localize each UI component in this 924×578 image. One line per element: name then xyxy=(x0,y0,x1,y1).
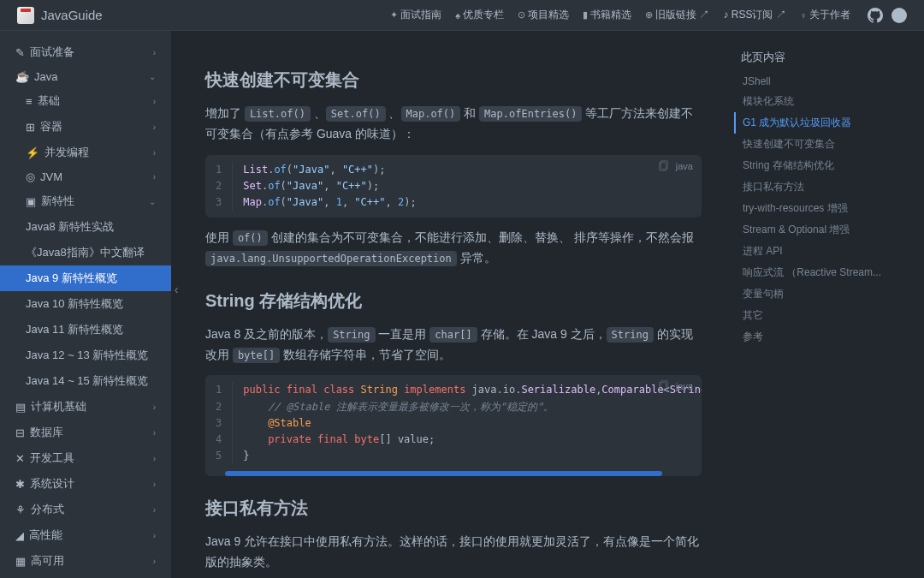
code-inline: String xyxy=(328,327,375,343)
toc-item-11[interactable]: 其它 xyxy=(734,305,914,326)
code-inline: Set.of() xyxy=(326,106,386,122)
code-inline: Map.of() xyxy=(401,106,461,122)
code-lang: java xyxy=(676,161,693,171)
svg-point-0 xyxy=(891,8,907,23)
sidebar-item-3[interactable]: ⊞容器› xyxy=(0,114,171,140)
toc-title: 此页内容 xyxy=(734,50,914,65)
code-inline: String xyxy=(607,327,654,343)
nav-link-6[interactable]: ♀关于作者 xyxy=(800,8,850,22)
sidebar-item-4[interactable]: ⚡并发编程› xyxy=(0,140,171,165)
navbar-icons xyxy=(868,8,907,23)
sidebar-item-9[interactable]: Java 9 新特性概览 xyxy=(0,265,171,291)
sidebar-item-18[interactable]: ⚘分布式› xyxy=(0,497,171,522)
nav-link-0[interactable]: ✦面试指南 xyxy=(390,8,441,22)
logo-icon xyxy=(17,7,34,24)
code-scrollbar[interactable] xyxy=(205,471,702,476)
sidebar-item-13[interactable]: Java 14 ~ 15 新特性概览 xyxy=(0,368,171,394)
navbar: JavaGuide ✦面试指南♠优质专栏⊙项目精选▮书籍精选⊕旧版链接 ↗♪ R… xyxy=(0,0,924,31)
nav-link-5[interactable]: ♪ RSS订阅 ↗ xyxy=(723,8,785,22)
toc-item-8[interactable]: 进程 API xyxy=(734,241,914,262)
sidebar: ✎面试准备›☕Java⌄≡基础›⊞容器›⚡并发编程›◎JVM›▣新特性⌄Java… xyxy=(0,31,171,578)
sidebar-item-7[interactable]: Java8 新特性实战 xyxy=(0,214,171,240)
toc-item-12[interactable]: 参考 xyxy=(734,326,914,348)
sidebar-item-2[interactable]: ≡基础› xyxy=(0,88,171,114)
heading-immutable: 快速创建不可变集合 xyxy=(205,69,702,92)
toc-item-10[interactable]: 变量句柄 xyxy=(734,283,914,305)
code-inline: java.lang.UnsupportedOperationException xyxy=(205,251,457,266)
heading-string: String 存储结构优化 xyxy=(205,289,702,313)
brand-text: JavaGuide xyxy=(41,8,103,22)
sidebar-item-1[interactable]: ☕Java⌄ xyxy=(0,65,171,88)
paragraph-3: Java 8 及之前的版本，String 一直是用 char[] 存储。在 Ja… xyxy=(205,325,702,366)
nav-link-1[interactable]: ♠优质专栏 xyxy=(455,8,504,22)
code-block-1: java 123 List.of("Java", "C++"); Set.of(… xyxy=(205,155,702,218)
code-inline: of() xyxy=(233,230,268,246)
toc-item-7[interactable]: Stream & Optional 增强 xyxy=(734,219,914,241)
paragraph-4: Java 9 允许在接口中使用私有方法。这样的话，接口的使用就更加灵活了，有点像… xyxy=(205,532,702,573)
github-icon[interactable] xyxy=(868,8,883,23)
main-content: 快速创建不可变集合 增加了 List.of() 、Set.of() 、Map.o… xyxy=(181,31,726,578)
nav-link-2[interactable]: ⊙项目精选 xyxy=(518,8,569,22)
sidebar-item-15[interactable]: ⊟数据库› xyxy=(0,420,171,445)
code-inline: char[] xyxy=(429,327,477,343)
copy-icon[interactable] xyxy=(657,160,669,172)
toc-item-6[interactable]: try-with-resources 增强 xyxy=(734,198,914,219)
sidebar-item-20[interactable]: ▦高可用› xyxy=(0,548,171,574)
sidebar-collapse-button[interactable]: ‹ xyxy=(171,277,181,301)
sidebar-item-0[interactable]: ✎面试准备› xyxy=(0,39,171,65)
line-numbers: 12345 xyxy=(205,382,233,464)
nav-link-4[interactable]: ⊕旧版链接 ↗ xyxy=(645,8,709,22)
brand[interactable]: JavaGuide xyxy=(17,7,103,24)
toc-body: JShell模块化系统G1 成为默认垃圾回收器快速创建不可变集合String 存… xyxy=(734,72,914,348)
sidebar-item-11[interactable]: Java 11 新特性概览 xyxy=(0,317,171,343)
nav-link-3[interactable]: ▮书籍精选 xyxy=(583,8,631,22)
toc-item-4[interactable]: String 存储结构优化 xyxy=(734,155,914,176)
toc-item-3[interactable]: 快速创建不可变集合 xyxy=(734,134,914,155)
sidebar-item-10[interactable]: Java 10 新特性概览 xyxy=(0,291,171,317)
toc-item-0[interactable]: JShell xyxy=(734,72,914,91)
copy-icon[interactable] xyxy=(657,380,669,392)
code-lang: java xyxy=(676,381,693,391)
toc-item-2[interactable]: G1 成为默认垃圾回收器 xyxy=(734,112,914,134)
paragraph-2: 使用 of() 创建的集合为不可变集合，不能进行添加、删除、替换、 排序等操作，… xyxy=(205,228,702,269)
table-of-contents: 此页内容 JShell模块化系统G1 成为默认垃圾回收器快速创建不可变集合Str… xyxy=(734,43,914,355)
code-content: public final class String implements jav… xyxy=(233,382,702,464)
line-numbers: 123 xyxy=(205,162,233,212)
sidebar-item-17[interactable]: ✱系统设计› xyxy=(0,471,171,497)
heading-interface: 接口私有方法 xyxy=(205,497,702,520)
sidebar-item-12[interactable]: Java 12 ~ 13 新特性概览 xyxy=(0,343,171,368)
gitee-icon[interactable] xyxy=(891,8,907,23)
toc-item-1[interactable]: 模块化系统 xyxy=(734,91,914,112)
code-inline: byte[] xyxy=(233,348,280,363)
toc-item-5[interactable]: 接口私有方法 xyxy=(734,176,914,198)
code-inline: List.of() xyxy=(245,106,311,122)
navbar-links: ✦面试指南♠优质专栏⊙项目精选▮书籍精选⊕旧版链接 ↗♪ RSS订阅 ↗♀关于作… xyxy=(390,8,850,22)
paragraph-1: 增加了 List.of() 、Set.of() 、Map.of() 和 Map.… xyxy=(205,104,702,145)
code-inline: Map.ofEntries() xyxy=(479,106,582,122)
sidebar-item-16[interactable]: ✕开发工具› xyxy=(0,445,171,471)
sidebar-item-6[interactable]: ▣新特性⌄ xyxy=(0,188,171,214)
sidebar-item-19[interactable]: ◢高性能› xyxy=(0,522,171,548)
toc-item-9[interactable]: 响应式流 （Reactive Stream... xyxy=(734,262,914,283)
code-content: List.of("Java", "C++"); Set.of("Java", "… xyxy=(233,162,702,212)
sidebar-item-8[interactable]: 《Java8指南》中文翻译 xyxy=(0,240,171,265)
sidebar-item-5[interactable]: ◎JVM› xyxy=(0,165,171,188)
sidebar-item-14[interactable]: ▤计算机基础› xyxy=(0,394,171,420)
code-block-2: java 12345 public final class String imp… xyxy=(205,375,702,476)
